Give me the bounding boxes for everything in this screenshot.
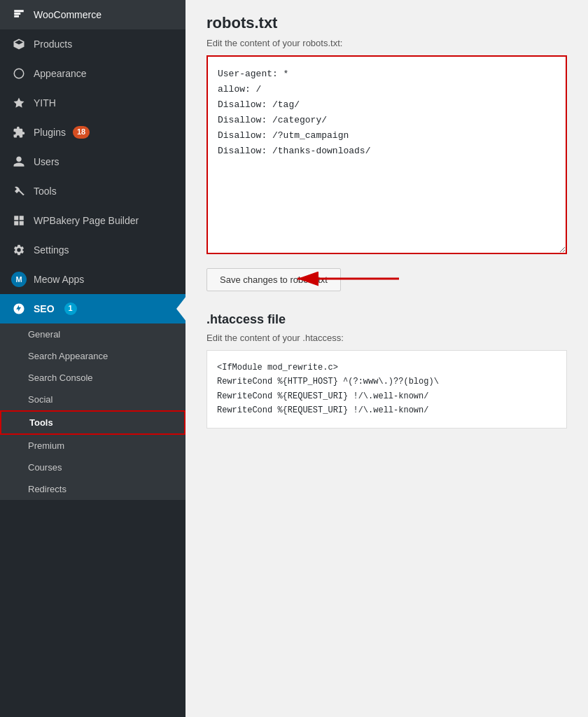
sidebar-item-wpbakery[interactable]: WPBakery Page Builder [0,206,186,235]
sidebar-item-appearance[interactable]: Appearance [0,59,186,88]
products-icon [11,36,27,52]
tools-icon [11,183,27,199]
svg-rect-2 [14,221,18,225]
seo-active-arrow [176,296,186,321]
sidebar-sub-courses[interactable]: Courses [0,457,186,478]
woocommerce-icon [11,7,27,22]
sidebar-item-woocommerce[interactable]: WooCommerce [0,0,186,29]
sidebar-sub-general[interactable]: General [0,323,186,345]
meow-icon: M [11,272,27,287]
svg-rect-3 [20,221,24,225]
sidebar-item-settings[interactable]: Settings [0,235,186,265]
svg-rect-0 [14,216,18,220]
sidebar-sub-social[interactable]: Social [0,389,186,410]
robots-desc: Edit the content of your robots.txt: [206,38,567,48]
seo-badge: 1 [64,302,77,314]
plugins-badge: 18 [73,126,90,138]
users-icon [11,154,27,169]
sidebar-sub-redirects[interactable]: Redirects [0,478,186,500]
appearance-icon [11,66,27,81]
htaccess-line-4: RewriteCond %{REQUEST_URI} !/\.well-know… [217,403,556,417]
wpbakery-icon [11,213,27,228]
sidebar-item-plugins[interactable]: Plugins 18 [0,118,186,147]
robots-textarea-wrapper [206,55,567,254]
sidebar: WooCommerce Products Appearance YITH Plu… [0,0,186,717]
main-content: robots.txt Edit the content of your robo… [186,0,588,717]
yith-icon [11,95,27,111]
htaccess-line-3: RewriteCond %{REQUEST_URI} !/\.well-know… [217,389,556,403]
sidebar-item-tools[interactable]: Tools [0,176,186,206]
sidebar-sub-search-appearance[interactable]: Search Appearance [0,345,186,367]
htaccess-desc: Edit the content of your .htaccess: [206,333,567,343]
sidebar-item-products[interactable]: Products [0,29,186,59]
sidebar-sub-search-console[interactable]: Search Console [0,367,186,389]
seo-icon [11,301,27,316]
sidebar-item-seo[interactable]: SEO 1 [0,294,186,323]
robots-title: robots.txt [206,14,567,32]
sidebar-item-meowapps[interactable]: M Meow Apps [0,265,186,294]
plugins-icon [11,125,27,140]
sidebar-item-users[interactable]: Users [0,147,186,176]
save-robots-row: Save changes to robots.txt [206,268,567,291]
robots-textarea[interactable] [208,57,566,253]
save-robots-button[interactable]: Save changes to robots.txt [206,268,341,291]
sidebar-sub-premium[interactable]: Premium [0,435,186,457]
htaccess-content: <IfModule mod_rewrite.c> RewriteCond %{H… [206,350,567,429]
htaccess-title: .htaccess file [206,312,567,327]
seo-submenu: General Search Appearance Search Console… [0,323,186,500]
settings-icon [11,242,27,258]
htaccess-line-1: <IfModule mod_rewrite.c> [217,361,556,375]
sidebar-item-yith[interactable]: YITH [0,88,186,118]
svg-rect-1 [20,216,24,220]
htaccess-line-2: RewriteCond %{HTTP_HOST} ^(?:www\.)??(bl… [217,375,556,389]
sidebar-sub-tools[interactable]: Tools [0,410,186,435]
